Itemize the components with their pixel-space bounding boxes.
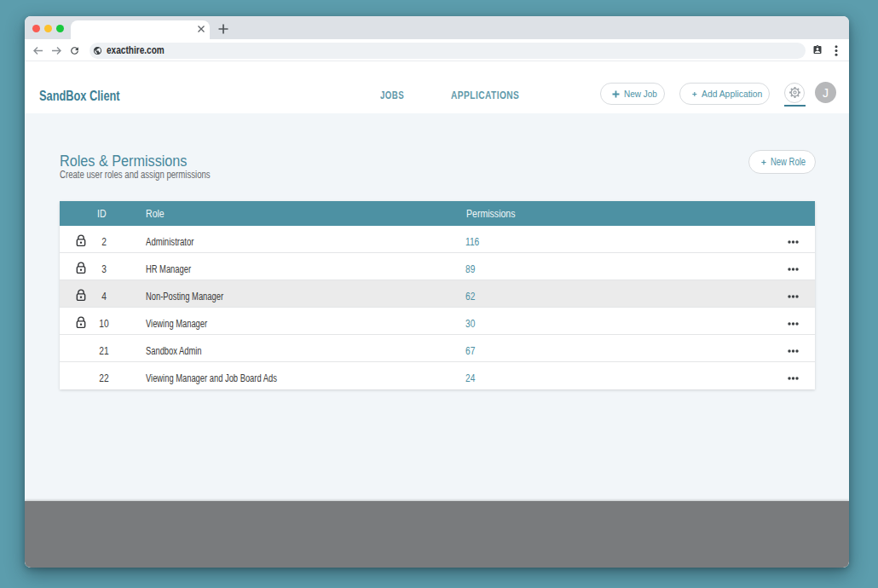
svg-text:J: J xyxy=(823,86,829,100)
